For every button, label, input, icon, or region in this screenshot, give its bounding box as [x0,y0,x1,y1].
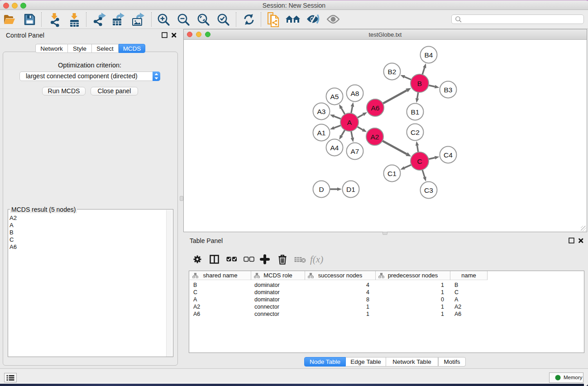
svg-text:B1: B1 [411,108,420,116]
svg-text:B4: B4 [425,51,433,59]
svg-text:A7: A7 [351,148,359,155]
svg-text:B2: B2 [388,68,397,76]
svg-text:C2: C2 [411,129,420,136]
svg-text:A2: A2 [371,133,379,141]
svg-text:A5: A5 [330,93,339,100]
svg-text:A: A [347,119,352,126]
svg-text:C: C [417,157,422,165]
svg-text:C3: C3 [424,186,433,194]
svg-text:A3: A3 [317,108,326,115]
svg-text:B: B [417,80,422,87]
svg-text:A6: A6 [371,104,380,112]
svg-text:C4: C4 [444,151,453,159]
svg-text:A1: A1 [317,129,326,137]
svg-text:B3: B3 [444,86,453,94]
svg-text:C1: C1 [387,170,397,177]
svg-text:A8: A8 [351,90,359,97]
svg-text:D: D [319,186,324,193]
svg-text:A4: A4 [330,144,339,152]
svg-text:D1: D1 [346,186,355,193]
